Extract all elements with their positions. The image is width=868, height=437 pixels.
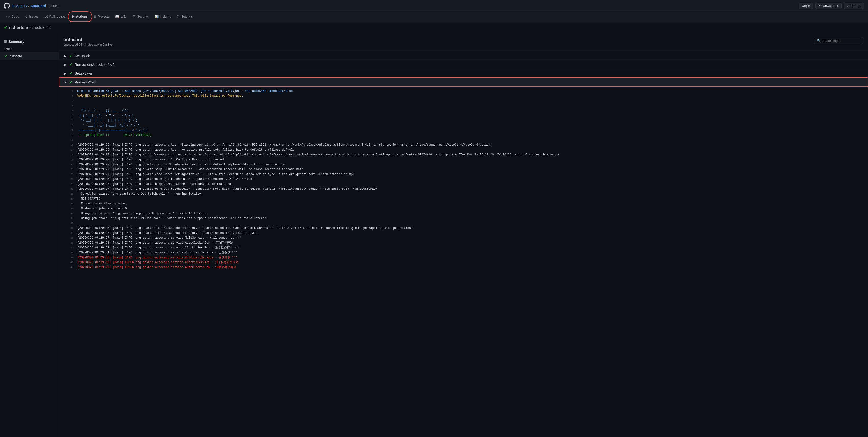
- fork-count: 11: [858, 4, 861, 8]
- log-line-number: 40: [64, 260, 73, 265]
- log-line-content: \/ __| | | | | | | | ( | ) ) ) ): [78, 118, 863, 123]
- log-line: 27 NOT STARTED.: [59, 196, 868, 201]
- tab-code[interactable]: <> Code: [4, 12, 22, 22]
- repo-path: GCS-ZHN / AutoCard: [12, 4, 46, 8]
- fork-label: Fork: [850, 4, 856, 8]
- tab-actions[interactable]: ▶ Actions: [70, 12, 90, 22]
- search-logs-box[interactable]: 🔍: [814, 37, 863, 44]
- log-line: 23[20220329 06:29:27] [main] INFO org.qu…: [59, 177, 868, 182]
- log-line-content: [20220329 06:29:27] [main] INFO org.quar…: [78, 167, 863, 172]
- log-line: 14 :: Spring Boot :: (v1.5.9.RELEASE): [59, 133, 868, 138]
- top-nav-right: Unpin 👁 Unwatch 1 ⑂ Fork 11: [799, 3, 864, 9]
- log-line-number: 21: [64, 167, 73, 172]
- sidebar-summary-label: Summary: [8, 40, 24, 43]
- eye-icon: 👁: [818, 4, 822, 8]
- step-item-setup-job[interactable]: ▶ ✔ Set up job: [59, 52, 868, 60]
- step-item-setup-java[interactable]: ▶ ✔ Setup Java: [59, 69, 868, 78]
- repo-owner[interactable]: GCS-ZHN: [12, 4, 27, 8]
- fork-button[interactable]: ⑂ Fork 11: [843, 3, 864, 9]
- issues-icon: ⊙: [25, 15, 28, 19]
- step-check-icon: ✔: [69, 71, 72, 76]
- log-line-content: :: Spring Boot :: (v1.5.9.RELEASE): [78, 133, 863, 138]
- log-line: 24[20220329 06:29:27] [main] INFO org.qu…: [59, 182, 868, 187]
- insights-icon: 📊: [155, 15, 158, 19]
- log-line-content: [20220329 06:29:27] [main] INFO org.gcsz…: [78, 236, 863, 240]
- top-navigation: GCS-ZHN / AutoCard Public Unpin 👁 Unwatc…: [0, 0, 868, 12]
- job-title: autocard: [64, 37, 113, 42]
- log-line: 38[20220329 06:29:31] [main] INFO org.gc…: [59, 250, 868, 255]
- log-line: 32: [59, 221, 868, 226]
- unwatch-button[interactable]: 👁 Unwatch 1: [815, 3, 841, 9]
- log-line-content: [20220329 06:29:27] [main] INFO org.quar…: [78, 187, 863, 192]
- log-line-content: ' |___| .-_| |\___| .\_| / / / /: [78, 123, 863, 128]
- log-line-content: [20220329 06:29:26] [main] INFO org.gcsz…: [78, 142, 863, 147]
- log-line-number: 12: [64, 123, 73, 128]
- log-line-number: 36: [64, 240, 73, 245]
- repo-name[interactable]: AutoCard: [30, 4, 46, 8]
- step-check-icon: ✔: [69, 80, 72, 85]
- unpin-button[interactable]: Unpin: [799, 3, 813, 9]
- log-output: 5▶ Run cd action && java --add-opens jav…: [59, 89, 868, 437]
- log-line: 18[20220329 06:29:27] [main] INFO org.sp…: [59, 152, 868, 157]
- log-line-content: [20220329 06:29:33] [main] ERROR org.gcs…: [78, 260, 863, 265]
- sidebar-jobs-label: Jobs: [0, 46, 59, 52]
- log-line-number: 17: [64, 147, 73, 152]
- summary-icon: ⊞: [4, 39, 7, 44]
- sidebar-job-autocard[interactable]: ✔ autocard: [0, 52, 59, 60]
- step-item-checkout[interactable]: ▶ ✔ Run actions/checkout@v2: [59, 60, 868, 69]
- log-line-content: Number of jobs executed: 0: [78, 206, 863, 211]
- tab-security[interactable]: 🛡 Security: [130, 12, 151, 22]
- pr-icon: ⎇: [44, 15, 48, 19]
- tab-insights[interactable]: 📊 Insights: [152, 12, 174, 22]
- log-line: 35[20220329 06:29:27] [main] INFO org.gc…: [59, 236, 868, 240]
- log-line: 16[20220329 06:29:26] [main] INFO org.gc…: [59, 142, 868, 147]
- tab-pullrequest[interactable]: ⎇ Pull request: [42, 12, 69, 22]
- log-line-content: [20220329 06:29:27] [main] INFO org.gcsz…: [78, 157, 863, 162]
- settings-icon: ⚙: [177, 15, 180, 19]
- search-logs-input[interactable]: [823, 39, 859, 43]
- log-line-number: 41: [64, 265, 73, 270]
- log-line-content: Using thread pool 'org.quartz.simpl.Simp…: [78, 211, 863, 216]
- tab-settings[interactable]: ⚙ Settings: [174, 12, 195, 22]
- log-line-number: 25: [64, 187, 73, 192]
- log-line: 25[20220329 06:29:27] [main] INFO org.qu…: [59, 187, 868, 192]
- step-name-run-autocard: Run AutoCard: [75, 80, 96, 84]
- log-line-number: 32: [64, 221, 73, 226]
- tab-projects[interactable]: ⊞ Projects: [91, 12, 112, 22]
- log-line-number: 29: [64, 206, 73, 211]
- log-line-number: 7: [64, 98, 73, 103]
- public-badge: Public: [48, 4, 59, 8]
- log-line-number: 37: [64, 245, 73, 250]
- log-line-number: 34: [64, 231, 73, 236]
- step-item-run-autocard[interactable]: ▼ ✔ Run AutoCard: [59, 78, 868, 87]
- log-line-content: [20220329 06:29:31] [main] INFO org.gcsz…: [78, 250, 863, 255]
- log-line-content: ( ( \__| '|'| `- V -` | \ \ \ \: [78, 113, 863, 118]
- workflow-breadcrumb: ✔ schedule schedule #3: [0, 22, 868, 33]
- job-status: succeeded 25 minutes ago in 2m 39s: [64, 43, 113, 46]
- sidebar-summary[interactable]: ⊞ Summary: [0, 37, 59, 46]
- main-layout: ⊞ Summary Jobs ✔ autocard autocard succe…: [0, 33, 868, 437]
- chevron-down-icon: ▼: [64, 80, 67, 84]
- log-line: 6WARNING: sun.reflect.Reflection.getCall…: [59, 94, 868, 98]
- tab-wiki[interactable]: 📖 Wiki: [113, 12, 129, 22]
- log-line: 22[20220329 06:29:27] [main] INFO org.qu…: [59, 172, 868, 177]
- wiki-icon: 📖: [115, 15, 119, 19]
- step-name-setup-java: Setup Java: [75, 71, 92, 75]
- unwatch-count: 1: [836, 4, 838, 8]
- log-line-content: [20220329 06:29:27] [main] INFO org.quar…: [78, 177, 863, 182]
- log-line: 34[20220329 06:29:27] [main] INFO org.qu…: [59, 231, 868, 236]
- tab-pr-label: Pull request: [50, 15, 66, 19]
- tab-actions-label: Actions: [76, 15, 88, 19]
- log-line-content: [20220329 06:29:27] [main] INFO org.quar…: [78, 162, 863, 167]
- log-line-number: 31: [64, 216, 73, 221]
- top-nav-left: GCS-ZHN / AutoCard Public: [4, 3, 59, 9]
- path-separator: /: [28, 4, 29, 8]
- log-line-content: Scheduler class: 'org.quartz.core.Quartz…: [78, 192, 863, 196]
- unwatch-label: Unwatch: [823, 4, 835, 8]
- log-line-content: ▶ Run cd action && java --add-opens java…: [78, 89, 863, 94]
- tab-issues[interactable]: ⊙ Issues: [23, 12, 41, 22]
- log-line-number: 19: [64, 157, 73, 162]
- log-line: 30 Using thread pool 'org.quartz.simpl.S…: [59, 211, 868, 216]
- step-name-setup-job: Set up job: [75, 54, 90, 58]
- actions-icon: ▶: [72, 15, 75, 19]
